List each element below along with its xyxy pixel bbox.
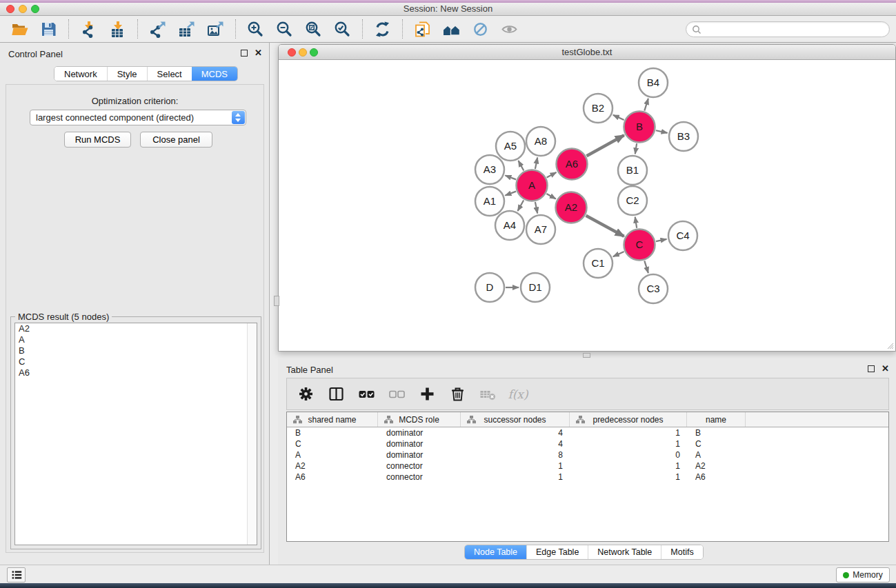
graph-node-C3[interactable]: C3 <box>639 274 668 303</box>
column-header-name[interactable]: name <box>687 412 746 427</box>
result-scrollbar[interactable] <box>247 323 257 545</box>
graph-node-A6[interactable]: A6 <box>557 149 588 180</box>
graph-node-B3[interactable]: B3 <box>669 122 698 151</box>
tab-network[interactable]: Network <box>54 67 107 81</box>
vertical-splitter-handle[interactable] <box>274 296 279 306</box>
tab-node-table[interactable]: Node Table <box>465 545 526 559</box>
result-item[interactable]: B <box>15 345 257 356</box>
graph-node-A1[interactable]: A1 <box>475 187 504 216</box>
tab-network-table[interactable]: Network Table <box>588 545 661 559</box>
tab-select[interactable]: Select <box>147 67 192 81</box>
column-header-predecessor-nodes[interactable]: predecessor nodes <box>570 412 687 427</box>
graph-node-A[interactable]: A <box>517 170 548 201</box>
graph-node-A4[interactable]: A4 <box>495 211 524 240</box>
table-row[interactable]: Bdominator41B <box>287 427 888 438</box>
horizontal-splitter-handle[interactable] <box>583 353 590 358</box>
result-item[interactable]: A <box>15 334 257 345</box>
minimize-window-button[interactable] <box>19 5 27 13</box>
column-header-mcds-role[interactable]: MCDS role <box>378 412 461 427</box>
graph-node-C2[interactable]: C2 <box>618 186 647 215</box>
export-network-button[interactable] <box>145 18 170 40</box>
zoom-window-button[interactable] <box>31 5 39 13</box>
save-session-button[interactable] <box>36 18 61 40</box>
hide-selected-button[interactable] <box>468 18 492 40</box>
delete-table-button[interactable] <box>475 383 501 405</box>
edge-A-A2[interactable] <box>546 194 555 199</box>
first-neighbors-button[interactable] <box>439 18 464 40</box>
edge-A-A4[interactable] <box>518 200 524 211</box>
graph-node-D[interactable]: D <box>475 273 504 302</box>
show-all-button[interactable] <box>497 18 521 40</box>
graph-node-D1[interactable]: D1 <box>521 273 550 302</box>
export-table-button[interactable] <box>174 18 199 40</box>
zoom-in-button[interactable] <box>243 18 268 40</box>
tab-style[interactable]: Style <box>107 67 147 81</box>
table-row[interactable]: Adominator80A <box>287 449 888 460</box>
float-panel-button[interactable] <box>241 50 248 57</box>
network-close-button[interactable] <box>288 48 296 57</box>
search-input[interactable] <box>704 23 884 36</box>
graph-node-A7[interactable]: A7 <box>526 215 555 244</box>
edge-A-A6[interactable] <box>547 172 557 177</box>
network-window-titlebar[interactable]: testGlobe.txt <box>279 45 895 60</box>
edge-A-A5[interactable] <box>518 161 524 170</box>
mcds-result-list[interactable]: A2ABCA6 <box>14 323 257 545</box>
edge-C-C3[interactable] <box>644 261 648 273</box>
close-panel-button[interactable]: ✕ <box>255 50 262 57</box>
run-mcds-button[interactable]: Run MCDS <box>64 132 131 148</box>
create-column-button[interactable] <box>414 383 440 405</box>
edge-A-A8[interactable] <box>535 158 537 169</box>
edge-B-B1[interactable] <box>635 143 637 154</box>
copy-network-button[interactable] <box>410 18 435 40</box>
network-canvas[interactable]: B4B2BB3B1A5A8A6A3AA1C2A2A4A7CC4C1C3DD1 <box>279 60 895 351</box>
select-all-columns-button[interactable] <box>353 383 379 405</box>
network-minimize-button[interactable] <box>299 48 307 57</box>
graph-node-A2[interactable]: A2 <box>556 192 587 223</box>
table-row[interactable]: Cdominator41C <box>287 438 888 449</box>
memory-button[interactable]: Memory <box>836 567 890 582</box>
result-item[interactable]: A6 <box>15 367 257 378</box>
tab-motifs[interactable]: Motifs <box>661 545 702 559</box>
graph-node-B1[interactable]: B1 <box>618 156 647 185</box>
edge-C-C1[interactable] <box>613 252 624 256</box>
table-options-button[interactable] <box>292 383 319 405</box>
graph-node-B2[interactable]: B2 <box>584 94 613 123</box>
result-item[interactable]: C <box>15 356 257 367</box>
import-network-button[interactable] <box>76 18 101 40</box>
edge-A-A1[interactable] <box>505 192 516 196</box>
graph-node-C1[interactable]: C1 <box>584 249 613 278</box>
export-image-button[interactable] <box>203 18 228 40</box>
graph-node-A3[interactable]: A3 <box>475 155 504 184</box>
delete-columns-button[interactable] <box>444 383 470 405</box>
import-table-button[interactable] <box>105 18 130 40</box>
tab-edge-table[interactable]: Edge Table <box>526 545 588 559</box>
float-table-panel-button[interactable] <box>868 365 875 372</box>
show-columns-button[interactable] <box>323 383 349 405</box>
table-row[interactable]: A2connector11A2 <box>287 460 888 472</box>
tab-mcds[interactable]: MCDS <box>192 67 237 81</box>
open-session-button[interactable] <box>7 18 32 40</box>
edge-C-C2[interactable] <box>635 217 637 228</box>
close-table-panel-button[interactable]: ✕ <box>882 365 889 372</box>
graph-node-A8[interactable]: A8 <box>526 127 555 156</box>
graph-node-C[interactable]: C <box>624 230 655 261</box>
resize-grip[interactable] <box>886 341 894 349</box>
zoom-fit-button[interactable] <box>301 18 326 40</box>
close-panel-button-mcds[interactable]: Close panel <box>140 132 212 148</box>
column-header-shared-name[interactable]: shared name <box>287 412 378 427</box>
deselect-all-columns-button[interactable] <box>384 383 410 405</box>
close-window-button[interactable] <box>6 5 14 13</box>
criterion-select[interactable]: largest connected component (directed) <box>30 110 246 125</box>
edge-A6-B[interactable] <box>586 135 624 156</box>
edge-B-B4[interactable] <box>644 99 648 111</box>
function-builder-button[interactable]: f(x) <box>505 383 531 405</box>
graph-node-B[interactable]: B <box>624 112 655 143</box>
edge-A2-C[interactable] <box>586 216 624 236</box>
edge-C-C4[interactable] <box>656 239 667 241</box>
graph-node-C4[interactable]: C4 <box>668 221 697 250</box>
edge-B-B2[interactable] <box>613 115 624 120</box>
refresh-button[interactable] <box>370 18 395 40</box>
edge-A-A7[interactable] <box>535 202 537 213</box>
table-row[interactable]: A6connector11A6 <box>287 472 888 483</box>
show-panels-button[interactable] <box>7 567 26 582</box>
